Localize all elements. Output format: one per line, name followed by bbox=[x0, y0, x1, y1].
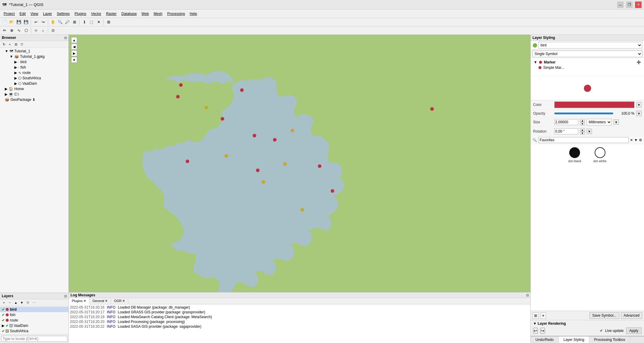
zoom-full-btn[interactable]: ⊞ bbox=[71, 19, 78, 25]
browser-item-route[interactable]: ▶ ∿ route bbox=[0, 70, 68, 75]
browser-collapse-btn[interactable]: ⊟ bbox=[13, 42, 19, 47]
browser-item-tutorial1[interactable]: ▼ 🗺 Tutorial_1 bbox=[0, 48, 68, 54]
open-project-btn[interactable]: 📂 bbox=[8, 19, 15, 25]
color-override-btn[interactable]: ▼ bbox=[636, 102, 642, 107]
close-button[interactable]: ✕ bbox=[635, 1, 642, 8]
menu-help[interactable]: Help bbox=[187, 11, 200, 17]
marker-tree-item[interactable]: ▼ Marker ➕ bbox=[532, 60, 642, 65]
browser-item-gpkg[interactable]: ▼ 📦 Tutorial_1.gpkg bbox=[0, 54, 68, 59]
pan-down-btn[interactable]: ▼ bbox=[71, 57, 77, 63]
gps-btn[interactable]: ⊙ bbox=[50, 27, 56, 34]
browser-item-geopackage[interactable]: 📦 GeoPackage ⬇ bbox=[0, 97, 68, 102]
browser-refresh-btn[interactable]: ↻ bbox=[1, 42, 7, 47]
opacity-override-btn[interactable]: ▼ bbox=[636, 111, 642, 116]
layer-filter-btn[interactable]: ▽ bbox=[25, 300, 30, 305]
layer-selector[interactable]: bird bbox=[538, 42, 642, 48]
log-tab-plugins[interactable]: Plugins ✕ bbox=[69, 298, 89, 304]
list-view-btn[interactable]: ≡ bbox=[541, 312, 546, 319]
node-tool-btn[interactable]: ⬦ bbox=[40, 27, 46, 34]
add-polygon-btn[interactable]: ⬡ bbox=[23, 27, 29, 34]
map-canvas[interactable]: ▲ ◀ ▶ ▼ bbox=[69, 35, 530, 292]
browser-item-southafrica[interactable]: ▶ ⬡ SouthAfrica bbox=[0, 75, 68, 81]
menu-vector[interactable]: Vector bbox=[89, 11, 104, 17]
color-swatch[interactable] bbox=[554, 101, 634, 108]
identify-btn[interactable]: ℹ bbox=[81, 19, 88, 25]
pan-right-btn[interactable]: ▶ bbox=[71, 50, 77, 56]
layers-float-btn[interactable]: ⊡ bbox=[64, 295, 67, 298]
redo-btn[interactable]: ↪ bbox=[40, 19, 46, 25]
live-update-check[interactable]: ✔ bbox=[600, 329, 603, 333]
tab-layer-styling[interactable]: Layer Styling bbox=[559, 336, 589, 343]
undo-btn[interactable]: ↩ bbox=[33, 19, 39, 25]
add-line-btn[interactable]: ∿ bbox=[16, 27, 22, 34]
locate-input[interactable] bbox=[1, 336, 67, 342]
menu-plugins[interactable]: Plugins bbox=[72, 11, 88, 17]
save-as-btn[interactable]: 💾 bbox=[23, 19, 29, 25]
simple-marker-tree-item[interactable]: Simple Mar... bbox=[532, 65, 642, 70]
browser-float-btn[interactable]: ⊡ bbox=[64, 36, 67, 40]
layer-fish[interactable]: ✔ fish bbox=[0, 312, 68, 318]
menu-web[interactable]: Web bbox=[139, 11, 151, 17]
pan-map-btn[interactable]: ✋ bbox=[50, 19, 56, 25]
symbol-type-select[interactable]: Single Symbol bbox=[532, 51, 642, 57]
zoom-in-btn[interactable]: 🔍 bbox=[57, 19, 63, 25]
sym-dot-white[interactable]: dot white bbox=[593, 147, 607, 163]
add-symbol-btn[interactable]: ➕ bbox=[637, 60, 641, 64]
log-float-btn[interactable]: ⊡ bbox=[526, 294, 529, 297]
clear-fav-btn[interactable]: ✕ bbox=[630, 138, 633, 142]
size-input[interactable] bbox=[554, 119, 578, 125]
add-layer-btn[interactable]: + bbox=[1, 300, 7, 305]
browser-item-fish[interactable]: ▶ · fish bbox=[0, 65, 68, 70]
grid-view-btn[interactable]: ⊞ bbox=[532, 312, 539, 319]
menu-edit[interactable]: Edit bbox=[17, 11, 28, 17]
size-down-btn[interactable]: ▼ bbox=[580, 122, 585, 125]
lr-redo-btn[interactable]: ↪ bbox=[540, 328, 545, 334]
rotation-up-btn[interactable]: ▲ bbox=[580, 128, 585, 131]
sym-dot-black[interactable]: dot black bbox=[568, 147, 581, 163]
browser-item-vaaldam[interactable]: ▶ ⬡ VaalDam bbox=[0, 81, 68, 86]
browser-item-c[interactable]: ▶ 💻 C:\ bbox=[0, 92, 68, 97]
pan-left-btn[interactable]: ◀ bbox=[71, 44, 77, 50]
menu-layer[interactable]: Layer bbox=[41, 11, 54, 17]
fav-options-btn[interactable]: ⚙ bbox=[639, 138, 642, 142]
browser-item-bird[interactable]: ▶ · bird bbox=[0, 59, 68, 65]
apply-btn[interactable]: Apply bbox=[626, 327, 642, 334]
menu-raster[interactable]: Raster bbox=[104, 11, 119, 17]
lr-undo-btn[interactable]: ↩ bbox=[533, 328, 538, 334]
log-tab-general[interactable]: General ✕ bbox=[89, 298, 111, 304]
deselect-btn[interactable]: ✕ bbox=[95, 19, 102, 25]
menu-project[interactable]: Project bbox=[1, 11, 17, 17]
browser-add-btn[interactable]: + bbox=[7, 42, 13, 47]
save-symbol-btn[interactable]: Save Symbol... bbox=[590, 312, 619, 319]
layer-bird[interactable]: ✔ bird bbox=[0, 307, 68, 312]
layer-vaaldam[interactable]: ▶ ✔ VaalDam bbox=[0, 323, 68, 328]
log-tab-ogr[interactable]: OGR ✕ bbox=[111, 298, 128, 304]
fav-dropdown-btn[interactable]: ▼ bbox=[634, 138, 638, 142]
select-btn[interactable]: ⬚ bbox=[88, 19, 95, 25]
layer-options-btn[interactable]: ⋯ bbox=[31, 300, 36, 305]
tab-processing-toolbox[interactable]: Processing Toolbox bbox=[589, 336, 630, 343]
layer-route[interactable]: ✔ route bbox=[0, 318, 68, 323]
browser-item-home[interactable]: ▶ 🏠 Home bbox=[0, 86, 68, 92]
minimize-button[interactable]: — bbox=[617, 1, 624, 8]
browser-filter-btn[interactable]: ▽ bbox=[19, 42, 25, 47]
opacity-slider[interactable] bbox=[554, 113, 618, 114]
favorites-input[interactable] bbox=[538, 137, 629, 143]
digitize-btn[interactable]: ✏ bbox=[1, 27, 8, 34]
menu-view[interactable]: View bbox=[28, 11, 41, 17]
rotation-input[interactable] bbox=[554, 128, 578, 134]
open-table-btn[interactable]: ⊞ bbox=[105, 19, 112, 25]
pan-up-btn[interactable]: ▲ bbox=[71, 37, 77, 43]
size-up-btn[interactable]: ▲ bbox=[580, 119, 585, 122]
new-project-btn[interactable]: 📄 bbox=[1, 19, 8, 25]
restore-button[interactable]: ❐ bbox=[626, 1, 633, 8]
rotation-down-btn[interactable]: ▼ bbox=[580, 131, 585, 135]
advanced-btn[interactable]: Advanced bbox=[621, 312, 642, 319]
add-point-btn[interactable]: ⊕ bbox=[8, 27, 15, 34]
layer-southafrica[interactable]: ✔ SouthAfrica bbox=[0, 328, 68, 334]
layer-up-btn[interactable]: ▲ bbox=[13, 300, 19, 305]
size-unit-select[interactable]: Millimeters Points Pixels Map Units bbox=[587, 119, 612, 125]
menu-processing[interactable]: Processing bbox=[165, 11, 187, 17]
menu-settings[interactable]: Settings bbox=[54, 11, 72, 17]
menu-database[interactable]: Database bbox=[119, 11, 139, 17]
